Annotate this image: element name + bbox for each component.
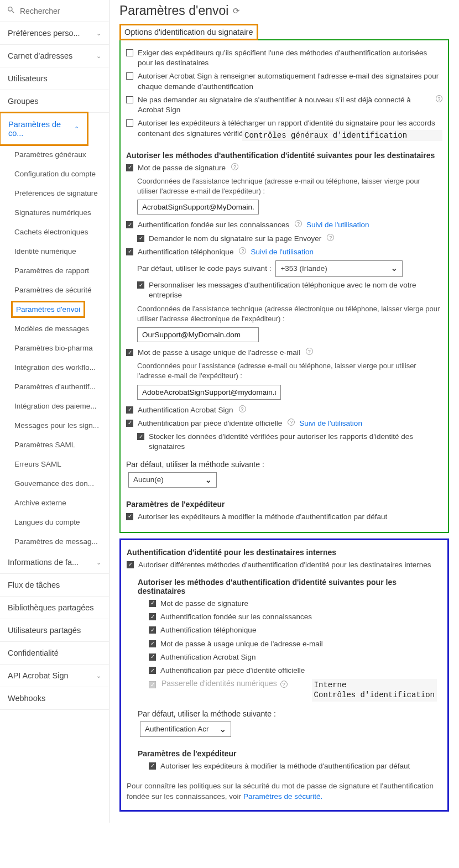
checkbox-int-sigpw[interactable] [149,600,156,607]
support-desc-2: Coordonnées de l'assistance technique (a… [137,304,442,324]
footer-note: Pour connaître les politiques sur la séc… [127,781,442,802]
nav-sub-signer-msg[interactable]: Messages pour les sign... [0,416,109,435]
checkbox-int-otp[interactable] [149,640,156,647]
link-usage-phone[interactable]: Suivi de l'utilisation [251,247,314,257]
nav-sub-general[interactable]: Paramètres généraux [0,145,109,164]
country-code-select[interactable]: +353 (Irlande)⌄ [275,260,403,277]
support-input-3[interactable] [137,385,281,400]
nav-sub-account-config[interactable]: Configuration du compte [0,164,109,184]
info-icon[interactable] [295,220,302,227]
nav-groups[interactable]: Groupes [0,90,109,113]
nav-account-settings[interactable]: Paramètres de co...⌃ [1,113,87,144]
info-icon[interactable] [436,95,442,102]
internal-sender-heading: Paramètres de l'expéditeur [138,749,442,758]
nav-shared-users[interactable]: Utilisateurs partagés [0,619,109,642]
nav-privacy[interactable]: Confidentialité [0,642,109,665]
nav-sub-saml-errors[interactable]: Erreurs SAML [0,454,109,474]
nav-sub-archive[interactable]: Archive externe [0,493,109,513]
nav-sub-sign-prefs[interactable]: Préférences de signature [0,184,109,203]
checkbox-int-gateway [149,681,156,688]
search-icon [7,6,15,16]
chevron-down-icon: ⌄ [391,264,398,274]
support-input-1[interactable] [137,200,259,215]
default-method-select[interactable]: Aucun(e)⌄ [128,472,217,488]
link-usage-govid[interactable]: Suivi de l'utilisation [299,419,362,428]
nav-sub-digital-sig[interactable]: Signatures numériques [0,203,109,222]
sender-heading: Paramètres de l'expéditeur [126,500,442,509]
nav-sub-send-settings[interactable]: Paramètres d'envoi [13,302,84,316]
nav-sub-biopharma[interactable]: Paramètres bio-pharma [0,338,109,358]
checkbox-int-acrobat[interactable] [149,653,156,661]
info-icon[interactable] [239,247,246,254]
nav-sub-eseals[interactable]: Cachets électroniques [0,222,109,242]
chevron-down-icon: ⌄ [96,559,101,566]
internal-methods-heading: Autoriser les méthodes d'authentificatio… [138,578,442,595]
nav-api[interactable]: API Acrobat Sign⌄ [0,665,109,687]
nav-preferences[interactable]: Préférences perso...⌄ [0,22,109,45]
checkbox-phone-brand[interactable] [137,281,144,289]
support-desc-3: Coordonnées pour l'assistance (adresse e… [137,361,442,381]
nav-sub-digital-id[interactable]: Identité numérique [0,242,109,261]
checkbox-sender-modify[interactable] [126,513,133,520]
link-security-settings[interactable]: Paramètres de sécurité. [243,792,322,801]
default-method-label: Par défaut, utiliser la méthode suivante… [126,460,442,469]
checkbox-int-govid[interactable] [149,667,156,674]
nav-workflows[interactable]: Flux de tâches [0,574,109,597]
chevron-down-icon: ⌄ [96,672,101,679]
nav-sub-languages[interactable]: Langues du compte [0,513,109,532]
checkbox-store-identity[interactable] [137,433,144,440]
checkbox-gov-id[interactable] [126,420,133,427]
checkbox-sig-password[interactable] [126,164,133,171]
info-icon[interactable] [327,234,334,241]
nav-sub-workflow[interactable]: Intégration des workflo... [0,358,109,377]
nav-sub-saml[interactable]: Paramètres SAML [0,435,109,454]
checkbox-require-auth[interactable] [126,49,133,56]
search-box[interactable] [0,0,109,22]
nav-sub-auth-params[interactable]: Paramètres d'authentif... [0,377,109,396]
checkbox-phone-auth[interactable] [126,248,133,255]
support-input-2[interactable] [137,327,259,342]
nav-address-book[interactable]: Carnet d'adresses⌄ [0,45,109,67]
chevron-down-icon: ⌄ [96,53,101,60]
internal-heading: Authentification d'identité pour les des… [127,548,442,557]
search-input[interactable] [20,7,102,15]
info-icon[interactable] [231,163,238,170]
checkbox-internal-diff[interactable] [127,561,134,568]
info-icon[interactable] [239,405,246,412]
checkbox-acrobat-sign-auth[interactable] [126,406,133,414]
nav-billing[interactable]: Informations de fa...⌄ [0,551,109,574]
nav-sub-payment[interactable]: Intégration des paieme... [0,396,109,416]
nav-sub-messaging[interactable]: Paramètres de messag... [0,532,109,551]
support-desc-1: Coordonnées de l'assistance technique (a… [137,176,442,196]
nav-sub-msg-templates[interactable]: Modèles de messages [0,319,109,338]
methods-heading: Autoriser les méthodes d'authentificatio… [126,151,442,160]
internal-default-select[interactable]: Authentification Acr⌄ [140,721,231,737]
checkbox-int-phone[interactable] [149,626,156,634]
annotation-internal: Interne Contrôles d'identification [312,679,437,701]
nav-sub-governance[interactable]: Gouvernance des don... [0,474,109,493]
checkbox-int-kba[interactable] [149,613,156,620]
main-content: Paramètres d'envoi ⟳ Options d'identific… [109,0,459,823]
link-usage-kba[interactable]: Suivi de l'utilisation [306,220,369,230]
checkbox-email-otp[interactable] [126,349,133,356]
nav-sub-security[interactable]: Paramètres de sécurité [0,280,109,300]
refresh-icon[interactable]: ⟳ [233,6,240,16]
chevron-up-icon: ⌃ [74,126,79,133]
general-identification-box: Exiger des expéditeurs qu'ils spécifient… [119,39,449,533]
annotation-general: Contrôles généraux d'identification [242,130,442,141]
checkbox-kba-name[interactable] [137,235,144,242]
nav-webhooks[interactable]: Webhooks [0,687,109,710]
checkbox-autofill-email[interactable] [126,72,133,80]
info-icon[interactable] [280,681,288,688]
checkbox-download-identity[interactable] [126,119,133,127]
info-icon[interactable] [288,419,295,426]
nav-users[interactable]: Utilisateurs [0,67,109,90]
nav-shared-libs[interactable]: Bibliothèques partagées [0,597,109,619]
checkbox-no-reauth[interactable] [126,96,133,103]
checkbox-kba[interactable] [126,221,133,228]
internal-identification-box: Authentification d'identité pour les des… [119,538,449,812]
info-icon[interactable] [306,348,313,355]
chevron-down-icon: ⌄ [96,30,101,37]
nav-sub-report[interactable]: Paramètres de rapport [0,261,109,280]
checkbox-int-sender-modify[interactable] [149,762,156,770]
